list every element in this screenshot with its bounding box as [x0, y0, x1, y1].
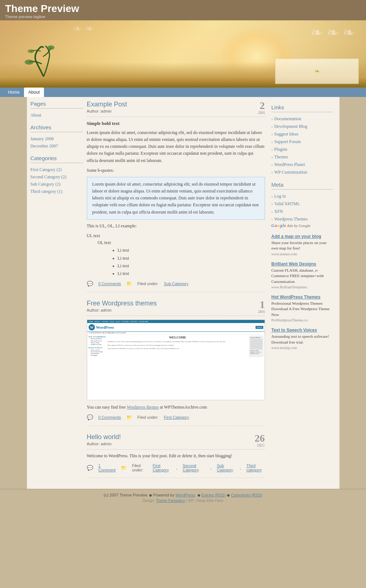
meta-a-xhtml[interactable]: Valid XHTML	[274, 201, 300, 206]
post-author-1: Author: admin	[87, 109, 127, 113]
link-a-plugins[interactable]: Plugins	[274, 147, 287, 152]
meta-a-xfn[interactable]: XFN	[274, 209, 283, 214]
post-title-link-3[interactable]: Hello world!	[87, 433, 121, 441]
wp-li-1: What is WordPress?	[91, 338, 106, 340]
archive-link-jan2008[interactable]: January 2008	[31, 136, 54, 141]
wp-rli-3: Documentation	[91, 353, 106, 354]
meta-wpthemes: Wordpress Themes	[272, 215, 333, 223]
post-title-link-2[interactable]: Free Wordpress themes	[87, 300, 157, 307]
comments-link-2[interactable]: 0 Comments	[98, 415, 121, 419]
post-date-month-1: JAN	[258, 111, 265, 115]
nav-item-about[interactable]: About	[24, 88, 44, 97]
post-title-link-1[interactable]: Example Post	[87, 101, 127, 108]
filed-cat-first[interactable]: First Category	[153, 463, 171, 472]
wp-screenshot: HOME ABOUT EXTEND DOCS BLOG FORUMS HOSTI…	[87, 320, 265, 400]
post-example: Example Post Author: admin 2 JAN Simple …	[87, 101, 265, 292]
filed-cat-link-1[interactable]: Sub Category	[164, 281, 188, 286]
footer-entries-rss[interactable]: Entries (RSS)	[201, 493, 226, 497]
pages-section: Pages About	[31, 101, 83, 119]
post-date-num-2: 1	[258, 300, 265, 310]
filed-cat-third[interactable]: Third category	[246, 463, 265, 472]
comments-link-3[interactable]: 1 Comment	[98, 463, 116, 472]
footer: (c) 2007 Theme Preview. ◆ Powered by Wor…	[0, 489, 366, 506]
hero-image: ❧ ❧ ❧ ❧ ❧ ❧	[0, 20, 366, 88]
post-date-3: 26 DEC	[255, 433, 265, 447]
li-item-4: Li text	[118, 270, 265, 277]
footer-design-link[interactable]: Theme Fantastico	[156, 499, 185, 503]
ad-title-tts[interactable]: Text to Speech Voices	[272, 328, 333, 333]
comment-icon-1: 💬	[87, 281, 93, 287]
ad-url-hot-wp: ProWordpressThemes.co	[272, 318, 333, 322]
nav-link-home[interactable]: Home	[4, 88, 24, 97]
wp-search-input[interactable]	[241, 326, 255, 329]
ad-title-brilliant[interactable]: Brilliant Web Designs	[272, 261, 333, 267]
link-a-devblog[interactable]: Development Blog	[274, 124, 307, 129]
hero-swirl-right: ❧ ❧ ❧	[311, 24, 355, 41]
meta-title: Meta	[272, 182, 333, 190]
ad-url-map: www.nomao.com	[272, 252, 333, 256]
nav-bar: Home About	[0, 88, 366, 97]
page-item-about: About	[31, 111, 83, 119]
footer-copyright: (c) 2007 Theme Preview.	[104, 493, 148, 497]
post-subtitle-1: Simple bold text	[87, 120, 265, 127]
footer-comments-rss[interactable]: Comments (RSS)	[231, 493, 262, 497]
link-suggest: Suggest Ideas	[272, 130, 333, 138]
post-para-1: Lorem ipsum dolor sit amet, consectetur …	[87, 129, 265, 164]
wp-new-title: NEW TO WORDPRESS?	[88, 336, 106, 338]
wp-mock-header: W WordPress Search	[87, 323, 265, 332]
folder-icon-2: 📁	[126, 415, 132, 420]
link-a-themes[interactable]: Themes	[274, 154, 288, 159]
cat-link-sub[interactable]: Sub Category (2)	[31, 182, 61, 187]
wp-nav-hosting: HOSTING	[129, 320, 138, 323]
post-wp-themes: Free Wordpress themes Author: admin 1 JA…	[87, 300, 265, 426]
meta-a-login[interactable]: Log in	[274, 194, 286, 199]
link-a-forum[interactable]: Support Forum	[274, 139, 301, 144]
footer-wp-note: WP: cheap Elite Parts	[188, 499, 223, 503]
main-content: Example Post Author: admin 2 JAN Simple …	[87, 101, 265, 485]
page-link-about[interactable]: About	[31, 113, 41, 118]
footer-wp-link[interactable]: WordPress	[176, 493, 195, 497]
post-body-text-after: at WPThemesArchive.com	[159, 405, 207, 410]
link-a-suggest[interactable]: Suggest Ideas	[274, 131, 298, 137]
archive-item-dec2007: December 2007	[31, 142, 83, 150]
post-lists-1: UL text OL text Li text Li text Li text …	[87, 232, 265, 277]
wp-themes-link[interactable]: Wordpress themes	[127, 405, 159, 410]
filed-cat-sub[interactable]: Sub Category	[217, 463, 234, 472]
post-header-1: Example Post Author: admin 2 JAN	[87, 101, 265, 117]
wp-nav-docs: DOCS	[109, 320, 115, 323]
filed-cat-link-2[interactable]: First Category	[164, 415, 189, 419]
link-a-wpplanet[interactable]: WordPress Planet	[274, 162, 305, 167]
post-date-2: 1 JAN	[258, 300, 265, 314]
ad-hot-wp: Hot WordPress Themes Professional Wordpr…	[272, 295, 333, 322]
svg-point-2	[28, 49, 34, 53]
link-a-documentation[interactable]: Documentation	[274, 116, 301, 121]
left-sidebar: Pages About Archives January 2008 Decemb…	[31, 101, 83, 485]
ad-map: Add a map on your blog Share your favori…	[272, 234, 333, 256]
post-author-2: Author: admin	[87, 308, 157, 312]
post-author-3: Author: admin	[87, 442, 121, 446]
archive-link-dec2007[interactable]: December 2007	[31, 143, 58, 149]
footer-design-label: Design:	[143, 499, 155, 503]
wp-admin-text: WordPress admin interface is one of the …	[250, 350, 262, 354]
meta-login: Log in	[272, 192, 333, 200]
ad-title-map[interactable]: Add a map on your blog	[272, 234, 333, 239]
ad-desc-hot-wp: Professional Wordpress Themes Download A…	[272, 301, 333, 317]
filed-cat-second[interactable]: Second Category	[183, 463, 205, 472]
wp-logo: W WordPress	[88, 324, 114, 331]
wp-search-button[interactable]: Search	[256, 326, 263, 329]
post-body-2: You can easy find free Wordpress themes …	[87, 404, 265, 411]
wp-nav-blog: BLOG	[115, 320, 121, 323]
nav-item-home[interactable]: Home	[4, 88, 24, 97]
ad-title-hot-wp[interactable]: Hot WordPress Themes	[272, 295, 333, 300]
meta-a-wpthemes[interactable]: Wordpress Themes	[274, 216, 308, 222]
cat-link-second[interactable]: Second Category (2)	[31, 174, 67, 179]
wp-rli-4: Get Support	[91, 355, 106, 356]
link-a-wpcustom[interactable]: WP Customization	[274, 170, 307, 175]
meta-xhtml: Valid XHTML	[272, 200, 333, 208]
nav-link-about[interactable]: About	[24, 88, 44, 97]
comments-link-1[interactable]: 0 Comments	[98, 281, 121, 286]
cat-link-third[interactable]: Third category (1)	[31, 189, 63, 194]
wp-rli-1: Find a web host	[91, 349, 106, 350]
archive-item-jan2008: January 2008	[31, 135, 83, 142]
cat-link-first[interactable]: First Category (2)	[31, 167, 62, 172]
